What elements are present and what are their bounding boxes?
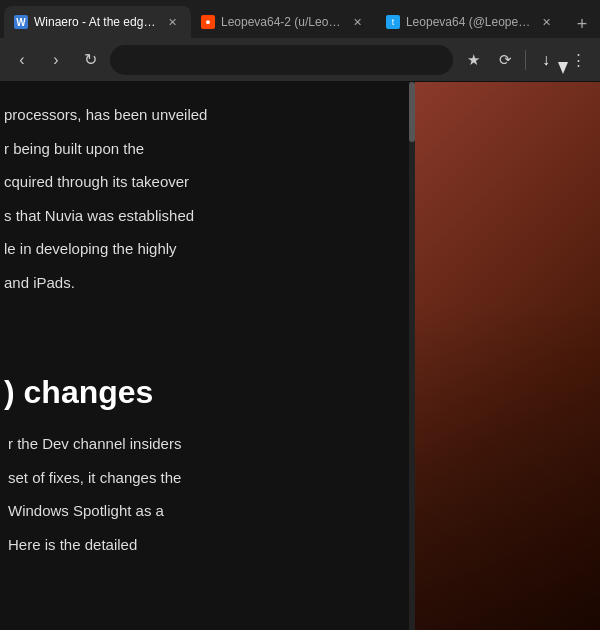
browser-window: W Winaero - At the edge... ✕ ● Leopeva64… <box>0 0 600 630</box>
right-sidebar-image <box>415 82 600 630</box>
para1-line3: cquired through its takeover <box>4 169 415 195</box>
tab-bar: W Winaero - At the edge... ✕ ● Leopeva64… <box>0 0 600 38</box>
tab-label-twitter: Leopeva64 (@Leopev... <box>406 15 532 29</box>
article-body: processors, has been unveiled r being bu… <box>0 82 415 323</box>
para2-line2: set of fixes, it changes the <box>8 465 415 491</box>
tab-reddit[interactable]: ● Leopeva64-2 (u/Leop... ✕ <box>191 6 376 38</box>
para1-line5: le in developing the highly <box>4 236 415 262</box>
para1-line2: r being built upon the <box>4 136 415 162</box>
para1-line4: s that Nuvia was established <box>4 203 415 229</box>
toolbar-divider <box>525 50 526 70</box>
bookmark-button[interactable]: ★ <box>459 46 487 74</box>
sidebar-decorative-image <box>415 82 600 630</box>
tab-favicon-winaero: W <box>14 15 28 29</box>
section-heading-changes: ) changes <box>4 373 415 411</box>
menu-button[interactable]: ⋮ <box>564 46 592 74</box>
para1-line1: processors, has been unveiled <box>4 102 415 128</box>
tab-favicon-twitter: t <box>386 15 400 29</box>
new-tab-button[interactable]: + <box>568 10 596 38</box>
forward-button[interactable]: › <box>42 46 70 74</box>
tab-label-winaero: Winaero - At the edge... <box>34 15 159 29</box>
content-area: processors, has been unveiled r being bu… <box>0 82 600 630</box>
para2-line1: r the Dev channel insiders <box>8 431 415 457</box>
para2-line3: Windows Spotlight as a <box>8 498 415 524</box>
tab-winaero[interactable]: W Winaero - At the edge... ✕ <box>4 6 191 38</box>
tab-label-reddit: Leopeva64-2 (u/Leop... <box>221 15 344 29</box>
section-changes: ) changes r the Dev channel insiders set… <box>0 323 415 605</box>
toolbar-right: ★ ⟳ ↓ ⋮ <box>459 46 592 74</box>
para2-line4: Here is the detailed <box>8 532 415 558</box>
history-button[interactable]: ⟳ <box>491 46 519 74</box>
tab-favicon-reddit: ● <box>201 15 215 29</box>
refresh-button[interactable]: ↻ <box>76 46 104 74</box>
tab-close-reddit[interactable]: ✕ <box>350 14 366 30</box>
para1-line6: and iPads. <box>4 270 415 296</box>
section-3: is now a rs <box>0 605 415 630</box>
tab-close-winaero[interactable]: ✕ <box>165 14 181 30</box>
tab-twitter[interactable]: t Leopeva64 (@Leopev... ✕ <box>376 6 564 38</box>
article-body-2: r the Dev channel insiders set of fixes,… <box>4 431 415 585</box>
address-input[interactable] <box>110 45 453 75</box>
tab-close-twitter[interactable]: ✕ <box>538 14 554 30</box>
download-button[interactable]: ↓ <box>532 46 560 74</box>
address-bar: ‹ › ↻ ★ ⟳ ↓ ⋮ <box>0 38 600 82</box>
webpage-content: processors, has been unveiled r being bu… <box>0 82 415 630</box>
back-button[interactable]: ‹ <box>8 46 36 74</box>
